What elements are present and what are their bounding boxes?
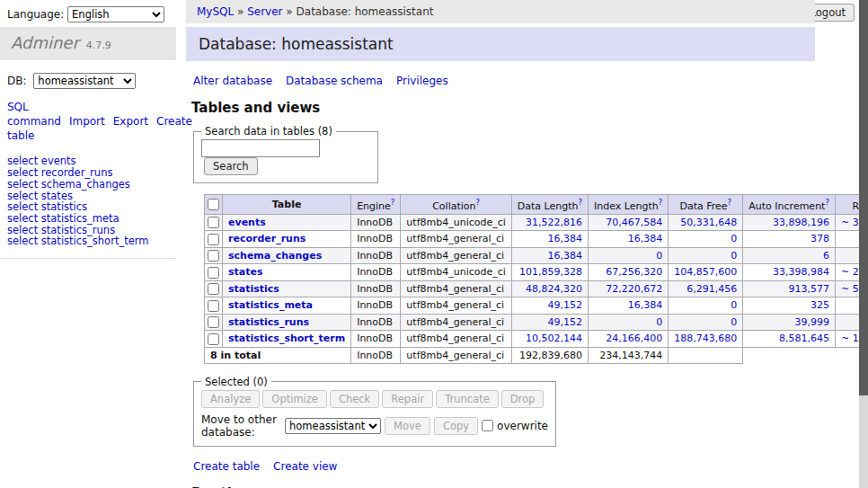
create-link[interactable]: Create table [193, 460, 260, 473]
row-checkbox-cell [205, 314, 223, 331]
index-length-link[interactable]: 70,467,584 [606, 217, 662, 228]
selected-action-button[interactable]: Check [330, 390, 379, 408]
data-length-link[interactable]: 49,152 [548, 299, 583, 311]
column-header-label: Index Length [594, 200, 659, 212]
column-help-link[interactable]: ? [391, 198, 395, 207]
index-length-link[interactable]: 16,384 [628, 299, 663, 311]
table-name-link[interactable]: statistics [228, 283, 279, 295]
db-action-link[interactable]: Privileges [396, 75, 448, 87]
row-checkbox[interactable] [208, 234, 219, 245]
data-free-link[interactable]: 50,331,648 [680, 217, 737, 228]
row-checkbox[interactable] [208, 316, 219, 328]
table-name-link[interactable]: statistics_meta [228, 299, 313, 311]
column-help-link[interactable]: ? [825, 198, 829, 207]
search-input[interactable] [201, 139, 320, 157]
data-free-cell: 0 [669, 231, 743, 248]
data-length-link[interactable]: 16,384 [548, 233, 583, 244]
column-help-link[interactable]: ? [659, 198, 663, 207]
row-checkbox[interactable] [208, 250, 219, 262]
overwrite-checkbox[interactable] [482, 420, 493, 431]
row-checkbox[interactable] [208, 333, 219, 345]
data-free-link[interactable]: 0 [731, 316, 737, 328]
data-length-link[interactable]: 49,152 [548, 316, 583, 328]
db-action-link[interactable]: Database schema [286, 75, 383, 87]
move-button[interactable]: Move [385, 417, 430, 435]
scrollbar[interactable] [859, 0, 868, 488]
auto-increment-link[interactable]: 325 [810, 299, 829, 311]
copy-button[interactable]: Copy [434, 417, 478, 435]
row-checkbox[interactable] [208, 300, 219, 312]
data-length-cell: 16,384 [511, 231, 588, 248]
index-length-cell: 67,256,320 [589, 264, 669, 281]
sidebar-table-link[interactable]: select statistics_short_term [7, 235, 176, 247]
data-free-link[interactable]: 104,857,600 [674, 266, 737, 278]
table-name-link[interactable]: statistics_runs [228, 316, 309, 328]
row-checkbox[interactable] [208, 267, 219, 279]
sidebar-table-link[interactable]: select statistics_meta [7, 213, 176, 225]
selected-action-button[interactable]: Repair [382, 390, 433, 408]
data-length-link[interactable]: 31,522,816 [526, 217, 582, 228]
data-free-link[interactable]: 0 [731, 299, 737, 311]
auto-increment-link[interactable]: 913,577 [788, 283, 829, 295]
search-button[interactable]: Search [204, 157, 258, 175]
create-link[interactable]: Create view [273, 460, 337, 473]
data-length-link[interactable]: 48,824,320 [526, 283, 582, 295]
breadcrumb-link[interactable]: MySQL [197, 5, 234, 18]
column-help-link[interactable]: ? [476, 198, 481, 207]
index-length-link[interactable]: 0 [656, 316, 662, 328]
table-name-link[interactable]: statistics_short_term [228, 333, 345, 344]
select-all-checkbox[interactable] [208, 199, 219, 210]
sidebar-table-link[interactable]: select schema_changes [7, 179, 176, 191]
auto-increment-link[interactable]: 6 [823, 250, 829, 262]
selected-action-button[interactable]: Analyze [201, 390, 260, 408]
data-length-link[interactable]: 101,859,328 [519, 266, 582, 278]
auto-increment-link[interactable]: 378 [810, 233, 829, 244]
auto-increment-link[interactable]: 33,898,196 [773, 217, 829, 228]
column-header: Engine? [351, 195, 401, 215]
column-help-link[interactable]: ? [579, 198, 583, 207]
index-length-link[interactable]: 67,256,320 [606, 266, 662, 278]
column-header: Index Length? [589, 195, 669, 215]
auto-increment-link[interactable]: 8,581,645 [779, 333, 829, 344]
index-length-link[interactable]: 0 [656, 250, 662, 262]
data-free-link[interactable]: 6,291,456 [686, 283, 737, 295]
row-checkbox[interactable] [208, 283, 219, 295]
index-length-cell: 24,166,400 [589, 331, 669, 348]
table-name-link[interactable]: schema_changes [228, 250, 322, 262]
data-free-link[interactable]: 188,743,680 [674, 333, 737, 344]
selected-action-button[interactable]: Drop [501, 390, 545, 408]
auto-increment-cell: 33,898,196 [743, 214, 836, 231]
selected-action-button[interactable]: Truncate [436, 390, 499, 408]
table-name-link[interactable]: recorder_runs [228, 233, 306, 244]
sidebar-action-link[interactable]: Export [113, 115, 148, 128]
data-free-cell: 6,291,456 [669, 280, 743, 297]
data-free-link[interactable]: 0 [731, 233, 737, 244]
scrollbar-thumb[interactable] [859, 0, 868, 395]
data-length-link[interactable]: 16,384 [548, 250, 583, 262]
index-length-link[interactable]: 16,384 [628, 233, 663, 244]
db-select[interactable]: homeassistant [33, 73, 136, 89]
db-action-link[interactable]: Alter database [193, 75, 272, 87]
table-name-link[interactable]: events [228, 217, 266, 228]
index-length-link[interactable]: 24,166,400 [606, 333, 662, 344]
selected-action-button[interactable]: Optimize [262, 390, 327, 408]
language-select[interactable]: English [67, 6, 164, 22]
selected-fieldset: Selected (0) AnalyzeOptimizeCheckRepairT… [193, 376, 556, 447]
row-checkbox[interactable] [208, 217, 219, 228]
index-length-link[interactable]: 72,220,672 [606, 283, 662, 295]
sidebar-action-link[interactable]: Import [69, 115, 105, 128]
sidebar-table-link[interactable]: select recorder_runs [7, 167, 176, 179]
move-db-select[interactable]: homeassistant [285, 418, 381, 434]
collation-cell: utf8mb4_general_ci [401, 247, 511, 264]
auto-increment-link[interactable]: 33,398,984 [773, 266, 829, 278]
column-header: Table [223, 195, 351, 215]
sidebar-action-link[interactable]: SQL command [7, 101, 61, 128]
auto-increment-link[interactable]: 39,999 [794, 316, 829, 328]
overwrite-label[interactable]: overwrite [497, 420, 548, 432]
data-free-link[interactable]: 0 [731, 250, 737, 262]
app-name-link[interactable]: Adminer [11, 33, 79, 52]
data-length-link[interactable]: 10,502,144 [526, 333, 582, 344]
breadcrumb-link[interactable]: Server [247, 5, 282, 18]
column-help-link[interactable]: ? [728, 198, 732, 207]
table-name-link[interactable]: states [228, 266, 263, 278]
